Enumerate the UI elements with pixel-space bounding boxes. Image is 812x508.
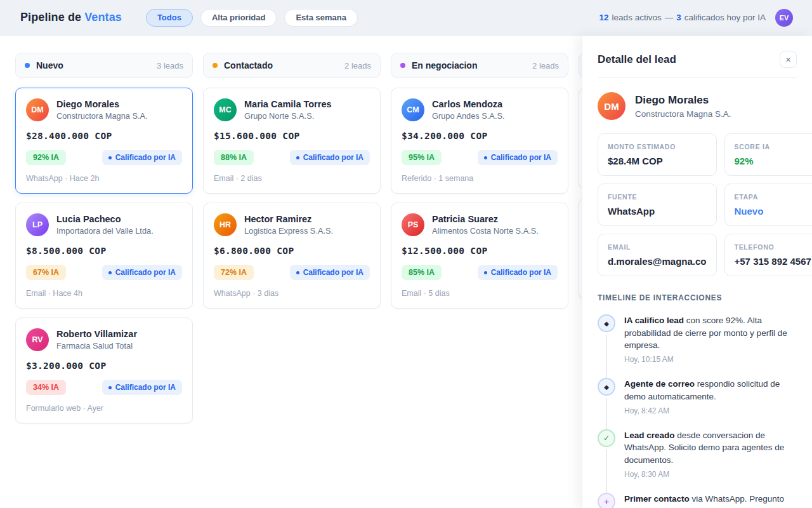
lead-badges: 67% IA Calificado por IA [26,265,182,280]
active-leads-label: leads activos [612,13,662,22]
column-header: Nuevo 3 leads [15,53,193,78]
lead-card-id: Maria Camila Torres Grupo Norte S.A.S. [244,99,332,121]
detail-field-label: EMAIL [608,243,707,251]
timeline-marker-icon: + [598,493,615,508]
lead-identity-text: Diego Morales Constructora Magna S.A. [635,94,731,119]
column-card-list: CM Carlos Mendoza Grupo Andes S.A.S. $34… [391,88,568,309]
detail-field: ETAPA Nuevo [724,184,812,226]
qualified-dot-icon [484,271,487,274]
lead-card-id: Carlos Mendoza Grupo Andes S.A.S. [432,99,505,121]
qualified-dot-icon [296,156,299,159]
timeline-item-bold: IA califico lead [624,316,684,325]
lead-card[interactable]: RV Roberto Villamizar Farmacia Salud Tot… [15,318,193,424]
timeline-item-time: Hoy, 10:15 AM [624,355,797,364]
user-avatar[interactable]: EV [775,9,793,27]
qualified-dot-icon [296,271,299,274]
column-title: Nuevo [36,60,63,70]
lead-company: Alimentos Costa Norte S.A.S. [432,226,539,236]
filter-chip[interactable]: Alta prioridad [200,9,277,27]
timeline-item-bold: Primer contacto [624,494,690,504]
qualified-badge-label: Calificado por IA [115,153,176,162]
timeline-item-text: Primer contacto via WhatsApp. Pregunto p… [624,493,797,508]
qualified-badge: Calificado por IA [290,265,370,280]
column-card-list: DM Diego Morales Constructora Magna S.A.… [15,88,193,424]
filter-chips: TodosAlta prioridadEsta semana [146,9,358,27]
lead-card-id: Hector Ramirez Logistica Express S.A.S. [244,214,333,236]
score-badge: 92% IA [26,150,66,165]
qualified-badge: Calificado por IA [102,380,182,395]
detail-field-value: WhatsApp [608,206,707,217]
qualified-badge: Calificado por IA [478,150,558,165]
lead-detail-company: Constructora Magna S.A. [635,109,731,119]
qualified-leads-label: calificados hoy por IA [684,13,766,22]
pipeline-column: En negociacion 2 leads CM Carlos Mendoza… [391,53,568,424]
timeline-marker-icon: ◆ [598,378,615,396]
stats-separator: — [665,13,674,22]
panel-title: Detalle del lead [598,53,676,66]
lead-card[interactable]: DM Diego Morales Constructora Magna S.A.… [15,88,193,194]
score-badge: 85% IA [402,265,442,280]
lead-avatar: LP [26,213,49,236]
lead-card[interactable]: LP Lucia Pacheco Importadora del Valle L… [15,203,193,309]
detail-field-value: 92% [735,156,811,166]
lead-avatar: MC [214,98,237,121]
page-title: Pipeline de Ventas [20,11,122,24]
lead-card-head: PS Patricia Suarez Alimentos Costa Norte… [402,213,558,236]
qualified-badge-label: Calificado por IA [491,268,551,277]
qualified-badge-label: Calificado por IA [115,268,176,277]
lead-fields-grid: MONTO ESTIMADO $28.4M COP SCORE IA 92% F… [598,133,797,276]
column-count: 3 leads [157,61,183,70]
lead-card[interactable]: MC Maria Camila Torres Grupo Norte S.A.S… [203,88,381,194]
filter-chip[interactable]: Todos [146,9,193,27]
panel-header: Detalle del lead × [598,51,797,68]
lead-card-id: Diego Morales Constructora Magna S.A. [56,99,148,121]
lead-card[interactable]: CM Carlos Mendoza Grupo Andes S.A.S. $34… [391,88,568,194]
timeline-item-body: IA califico lead con score 92%. Alta pro… [624,314,797,364]
detail-field-label: SCORE IA [735,143,811,150]
lead-card-head: LP Lucia Pacheco Importadora del Valle L… [26,213,182,236]
lead-card-id: Roberto Villamizar Farmacia Salud Total [56,329,137,351]
lead-card[interactable]: PS Patricia Suarez Alimentos Costa Norte… [391,203,568,309]
timeline-item-time: Hoy, 8:30 AM [624,470,797,479]
lead-identity: DM Diego Morales Constructora Magna S.A. [598,92,797,120]
column-count: 2 leads [532,61,559,70]
qualified-badge-label: Calificado por IA [491,153,551,162]
lead-company: Grupo Norte S.A.S. [244,111,332,121]
timeline-item-text: Agente de correo respondio solicitud de … [624,378,797,403]
page-title-prefix: Pipeline de [20,11,81,23]
qualified-dot-icon [108,386,112,389]
qualified-badge: Calificado por IA [102,265,182,280]
qualified-badge-label: Calificado por IA [303,268,363,277]
score-badge: 67% IA [26,265,66,280]
lead-detail-avatar: DM [598,92,625,120]
lead-card-head: RV Roberto Villamizar Farmacia Salud Tot… [26,328,182,351]
lead-badges: 34% IA Calificado por IA [26,380,182,395]
lead-card-head: MC Maria Camila Torres Grupo Norte S.A.S… [214,98,370,121]
timeline-item-time: Hoy, 8:42 AM [624,406,797,415]
lead-amount: $8.500.000 COP [26,246,182,256]
lead-company: Grupo Andes S.A.S. [432,111,505,121]
qualified-badge: Calificado por IA [290,150,370,165]
column-status-dot [400,63,405,68]
filter-chip[interactable]: Esta semana [284,9,358,27]
timeline-item: + Primer contacto via WhatsApp. Pregunto… [598,493,797,508]
timeline-marker-icon: ✓ [598,429,615,447]
detail-field-label: MONTO ESTIMADO [608,143,707,150]
lead-card[interactable]: HR Hector Ramirez Logistica Express S.A.… [203,203,381,309]
lead-source: WhatsApp · Hace 2h [26,174,182,183]
leads-stats: 12 leads activos — 3 calificados hoy por… [599,13,766,22]
lead-amount: $3.200.000 COP [26,361,182,371]
lead-amount: $28.400.000 COP [26,131,182,141]
qualified-badge: Calificado por IA [102,150,182,165]
detail-field-value: +57 315 892 4567 [735,256,811,267]
score-badge: 34% IA [26,380,66,395]
detail-field: TELEFONO +57 315 892 4567 [724,234,812,276]
timeline-item: ◆ IA califico lead con score 92%. Alta p… [598,314,797,378]
page-title-accent: Ventas [84,11,122,23]
detail-field-label: TELEFONO [735,243,811,251]
lead-amount: $15.600.000 COP [214,131,370,141]
lead-detail-name: Diego Morales [635,94,731,107]
interaction-timeline: ◆ IA califico lead con score 92%. Alta p… [598,314,797,508]
close-icon[interactable]: × [780,51,797,68]
lead-badges: 72% IA Calificado por IA [214,265,370,280]
